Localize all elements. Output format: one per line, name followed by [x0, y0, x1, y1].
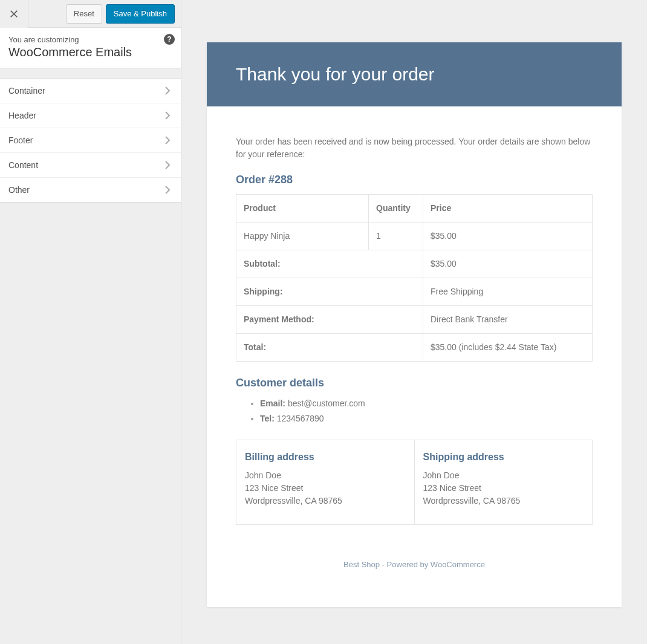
table-row: Subtotal: $35.00	[236, 250, 593, 278]
shipping-street: 123 Nice Street	[423, 482, 584, 495]
billing-city: Wordpressville, CA 98765	[245, 495, 406, 507]
total-label: Payment Method:	[236, 306, 423, 334]
chevron-right-icon	[163, 135, 172, 145]
chevron-right-icon	[163, 111, 172, 120]
item-price: $35.00	[423, 223, 593, 250]
menu-item-header[interactable]: Header	[0, 103, 181, 128]
table-row: Shipping: Free Shipping	[236, 278, 593, 306]
list-item: Tel: 1234567890	[260, 412, 593, 425]
total-label: Shipping:	[236, 278, 423, 306]
total-value: $35.00	[423, 250, 593, 278]
menu-item-label: Content	[8, 160, 38, 170]
table-row: Payment Method: Direct Bank Transfer	[236, 306, 593, 334]
order-heading: Order #288	[236, 172, 593, 188]
order-table: Product Quantity Price Happy Ninja 1 $35…	[236, 194, 593, 362]
close-button[interactable]	[0, 0, 28, 28]
total-value: Free Shipping	[423, 278, 593, 306]
addresses: Billing address John Doe 123 Nice Street…	[236, 440, 593, 525]
total-label: Subtotal:	[236, 250, 423, 278]
sidebar-top-bar: Reset Save & Publish	[0, 0, 181, 28]
table-row: Happy Ninja 1 $35.00	[236, 223, 593, 250]
menu-item-label: Other	[8, 185, 30, 195]
tel-value: 1234567890	[277, 414, 324, 423]
menu-item-label: Header	[8, 111, 36, 120]
help-icon[interactable]: ?	[164, 34, 175, 45]
customizer-sidebar: Reset Save & Publish ? You are customizi…	[0, 0, 181, 644]
email-value: best@customer.com	[288, 398, 365, 408]
close-icon	[10, 10, 18, 18]
sidebar-header: ? You are customizing WooCommerce Emails	[0, 28, 181, 68]
menu-item-footer[interactable]: Footer	[0, 128, 181, 153]
total-value: $35.00 (includes $2.44 State Tax)	[423, 334, 593, 362]
menu-item-container[interactable]: Container	[0, 79, 181, 103]
email-header: Thank you for your order	[207, 42, 622, 106]
customer-heading: Customer details	[236, 375, 593, 391]
chevron-right-icon	[163, 185, 172, 195]
billing-address-box: Billing address John Doe 123 Nice Street…	[236, 440, 415, 525]
shipping-name: John Doe	[423, 469, 584, 482]
section-title: WooCommerce Emails	[8, 45, 172, 59]
menu-item-content[interactable]: Content	[0, 153, 181, 178]
total-value: Direct Bank Transfer	[423, 306, 593, 334]
col-product: Product	[236, 195, 369, 223]
preview-pane: Thank you for your order Your order has …	[181, 0, 647, 644]
shipping-address-box: Shipping address John Doe 123 Nice Stree…	[415, 440, 593, 525]
shipping-heading: Shipping address	[423, 450, 584, 464]
col-price: Price	[423, 195, 593, 223]
sidebar-gap	[0, 68, 181, 78]
reset-button[interactable]: Reset	[66, 4, 102, 24]
chevron-right-icon	[163, 160, 172, 170]
billing-name: John Doe	[245, 469, 406, 482]
billing-street: 123 Nice Street	[245, 482, 406, 495]
email-intro: Your order has been received and is now …	[236, 135, 593, 161]
tel-label: Tel:	[260, 414, 275, 423]
top-actions: Reset Save & Publish	[28, 4, 181, 24]
item-quantity: 1	[369, 223, 423, 250]
item-product: Happy Ninja	[236, 223, 369, 250]
table-row: Total: $35.00 (includes $2.44 State Tax)	[236, 334, 593, 362]
col-quantity: Quantity	[369, 195, 423, 223]
sidebar-menu: Container Header Footer Content Other	[0, 78, 181, 203]
chevron-right-icon	[163, 86, 172, 96]
customer-details-list: Email: best@customer.com Tel: 1234567890	[236, 397, 593, 425]
menu-item-label: Container	[8, 86, 45, 96]
email-preview: Thank you for your order Your order has …	[207, 42, 622, 607]
customizing-text: You are customizing	[8, 35, 172, 44]
email-label: Email:	[260, 398, 285, 408]
total-label: Total:	[236, 334, 423, 362]
menu-item-other[interactable]: Other	[0, 178, 181, 203]
email-body: Your order has been received and is now …	[207, 106, 622, 607]
save-publish-button[interactable]: Save & Publish	[106, 4, 175, 24]
email-footer: Best Shop - Powered by WooCommerce	[236, 525, 593, 595]
billing-heading: Billing address	[245, 450, 406, 464]
menu-item-label: Footer	[8, 135, 33, 145]
email-title: Thank you for your order	[236, 64, 593, 85]
list-item: Email: best@customer.com	[260, 397, 593, 410]
shipping-city: Wordpressville, CA 98765	[423, 495, 584, 507]
